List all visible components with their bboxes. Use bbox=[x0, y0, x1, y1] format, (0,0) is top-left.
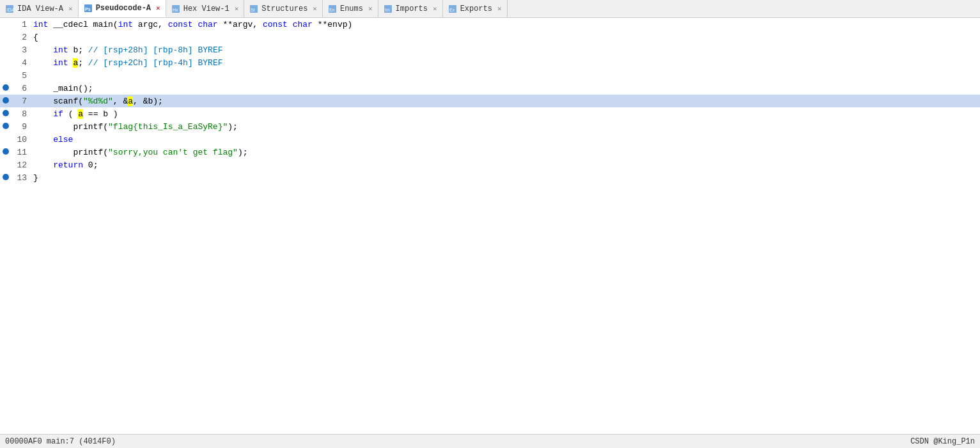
table-row: 1 int __cdecl main(int argc, const char … bbox=[0, 18, 980, 31]
breakpoint-dot-7 bbox=[3, 97, 9, 104]
dot-cell-7 bbox=[0, 95, 12, 107]
dot-cell-11 bbox=[0, 146, 12, 158]
code-line-7: scanf("%d%d", &a, &b); bbox=[31, 95, 980, 107]
svg-text:Hx: Hx bbox=[173, 8, 178, 12]
dot-cell-8 bbox=[0, 107, 12, 120]
tab-exports-label: Exports bbox=[460, 4, 492, 13]
breakpoint-dot-11 bbox=[3, 148, 9, 155]
status-bar: 00000AF0 main:7 (4014F0) CSDN @King_P1n bbox=[0, 434, 980, 448]
linenum-10: 10 bbox=[12, 133, 31, 146]
breakpoint-dot-8 bbox=[3, 110, 9, 116]
svg-text:Ex: Ex bbox=[449, 8, 455, 12]
breakpoint-dot-13 bbox=[3, 174, 9, 180]
tab-hex-view[interactable]: Hx Hex View-1 ✕ bbox=[166, 0, 245, 17]
linenum-8: 8 bbox=[12, 107, 31, 120]
svg-text:IDA: IDA bbox=[6, 7, 14, 13]
table-row: 2 { bbox=[0, 31, 980, 43]
linenum-2: 2 bbox=[12, 31, 31, 43]
breakpoint-dot-6 bbox=[3, 84, 9, 91]
tab-imports[interactable]: Im Imports ✕ bbox=[378, 0, 443, 17]
tab-pseudocode-label: Pseudocode-A bbox=[96, 4, 151, 13]
breakpoint-dot-9 bbox=[3, 123, 9, 129]
linenum-3: 3 bbox=[12, 43, 31, 56]
tab-imports-label: Imports bbox=[396, 4, 428, 13]
linenum-6: 6 bbox=[12, 82, 31, 95]
dot-cell-4 bbox=[0, 56, 12, 69]
enum-icon: En bbox=[328, 4, 337, 13]
code-line-11: printf("sorry,you can't get flag"); bbox=[31, 146, 980, 158]
code-table: 1 int __cdecl main(int argc, const char … bbox=[0, 18, 980, 184]
status-right: CSDN @King_P1n bbox=[910, 437, 975, 446]
table-row: 4 int a; // [rsp+2Ch] [rbp-4h] BYREF bbox=[0, 56, 980, 69]
tab-pseudocode[interactable]: Ps Pseudocode-A ✕ bbox=[79, 0, 166, 17]
table-row: 6 _main(); bbox=[0, 82, 980, 95]
table-row: 8 if ( a == b ) bbox=[0, 107, 980, 120]
tab-hex-close[interactable]: ✕ bbox=[235, 4, 239, 13]
linenum-4: 4 bbox=[12, 56, 31, 69]
code-line-8: if ( a == b ) bbox=[31, 107, 980, 120]
dot-cell-3 bbox=[0, 43, 12, 56]
code-line-3: int b; // [rsp+28h] [rbp-8h] BYREF bbox=[31, 43, 980, 56]
table-row: 12 return 0; bbox=[0, 158, 980, 171]
table-row: 9 printf("flag{this_Is_a_EaSyRe}"); bbox=[0, 120, 980, 133]
code-line-4: int a; // [rsp+2Ch] [rbp-4h] BYREF bbox=[31, 56, 980, 69]
code-line-6: _main(); bbox=[31, 82, 980, 95]
table-row: 5 bbox=[0, 69, 980, 82]
dot-cell-10 bbox=[0, 133, 12, 146]
tab-ida-label: IDA View-A bbox=[17, 4, 63, 13]
linenum-9: 9 bbox=[12, 120, 31, 133]
table-row: 10 else bbox=[0, 133, 980, 146]
table-row: 7 scanf("%d%d", &a, &b); bbox=[0, 95, 980, 107]
linenum-13: 13 bbox=[12, 171, 31, 184]
svg-text:Ps: Ps bbox=[85, 7, 91, 12]
tab-structures-close[interactable]: ✕ bbox=[313, 4, 317, 13]
code-area[interactable]: 1 int __cdecl main(int argc, const char … bbox=[0, 18, 980, 434]
linenum-11: 11 bbox=[12, 146, 31, 158]
table-row: 13 } bbox=[0, 171, 980, 184]
code-line-5 bbox=[31, 69, 980, 82]
tab-hex-label: Hex View-1 bbox=[183, 4, 229, 13]
tab-ida-close[interactable]: ✕ bbox=[68, 4, 73, 13]
hex-icon: Hx bbox=[171, 4, 180, 13]
svg-text:En: En bbox=[329, 8, 335, 12]
code-line-9: printf("flag{this_Is_a_EaSyRe}"); bbox=[31, 120, 980, 133]
code-line-13: } bbox=[31, 171, 980, 184]
table-row: 11 printf("sorry,you can't get flag"); bbox=[0, 146, 980, 158]
tab-enums-label: Enums bbox=[340, 4, 363, 13]
linenum-1: 1 bbox=[12, 18, 31, 31]
struct-icon: St bbox=[249, 4, 258, 13]
pseudo-icon: Ps bbox=[84, 4, 93, 13]
svg-text:St: St bbox=[251, 8, 255, 12]
svg-text:Im: Im bbox=[385, 8, 390, 12]
tab-exports[interactable]: Ex Exports ✕ bbox=[443, 0, 508, 17]
table-row: 3 int b; // [rsp+28h] [rbp-8h] BYREF bbox=[0, 43, 980, 56]
tab-ida-view[interactable]: IDA IDA View-A ✕ bbox=[0, 0, 79, 17]
linenum-5: 5 bbox=[12, 69, 31, 82]
dot-cell-13 bbox=[0, 171, 12, 184]
dot-cell-6 bbox=[0, 82, 12, 95]
tab-exports-close[interactable]: ✕ bbox=[497, 4, 502, 13]
tab-structures[interactable]: St Structures ✕ bbox=[244, 0, 323, 17]
tab-enums[interactable]: En Enums ✕ bbox=[323, 0, 378, 17]
code-line-2: { bbox=[31, 31, 980, 43]
export-icon: Ex bbox=[448, 4, 457, 13]
tab-imports-close[interactable]: ✕ bbox=[433, 4, 437, 13]
dot-cell-5 bbox=[0, 69, 12, 82]
import-icon: Im bbox=[384, 4, 393, 13]
dot-cell-2 bbox=[0, 31, 12, 43]
tab-structures-label: Structures bbox=[261, 4, 307, 13]
code-line-1: int __cdecl main(int argc, const char **… bbox=[31, 18, 980, 31]
tab-enums-close[interactable]: ✕ bbox=[368, 4, 373, 13]
status-left: 00000AF0 main:7 (4014F0) bbox=[5, 437, 116, 446]
dot-cell-1 bbox=[0, 18, 12, 31]
code-line-10: else bbox=[31, 133, 980, 146]
code-line-12: return 0; bbox=[31, 158, 980, 171]
tab-bar: IDA IDA View-A ✕ Ps Pseudocode-A ✕ Hx He… bbox=[0, 0, 980, 18]
linenum-7: 7 bbox=[12, 95, 31, 107]
linenum-12: 12 bbox=[12, 158, 31, 171]
ida-icon: IDA bbox=[5, 4, 14, 13]
dot-cell-9 bbox=[0, 120, 12, 133]
tab-pseudocode-close[interactable]: ✕ bbox=[156, 4, 160, 12]
dot-cell-12 bbox=[0, 158, 12, 171]
